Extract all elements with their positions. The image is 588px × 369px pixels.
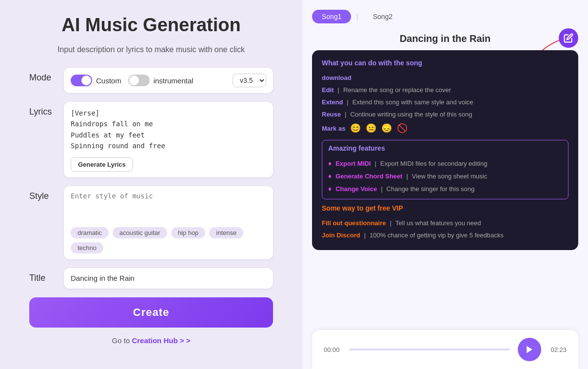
generate-chord-desc: View the song sheet music [412,173,487,180]
section3-title: Some way to get free VIP [322,204,568,212]
player-time-end: 02:23 [549,346,567,353]
app-subtitle: Input description or lyrics to make musi… [29,45,273,54]
style-tag-hiphop[interactable]: hip hop [171,227,206,238]
generate-lyrics-button[interactable]: Generate Lyrics [71,157,133,172]
player-bar: 00:00 02:23 [312,330,578,369]
amazing-features-box: Amazing features ♦ Export MIDI | Export … [322,140,568,199]
emoji-happy1[interactable]: 😊 [350,123,361,134]
style-tag-techno[interactable]: techno [71,242,103,253]
export-midi-item[interactable]: ♦ Export MIDI | Export MIDI files for se… [328,157,562,170]
style-row: Style dramatic acoustic guitar hip hop i… [29,186,273,259]
song-tabs: Song1 | Song2 [312,10,578,23]
edit-icon-button[interactable] [559,28,578,48]
mode-label: Mode [29,68,56,83]
extend-item[interactable]: Extend | Extend this song with same styl… [322,96,568,108]
edit-icon [564,33,573,43]
creation-hub-link: Go to Creation Hub > > [29,336,273,345]
generate-chord-main: Generate Chord Sheet [335,173,402,180]
discord-main: Join Discord [322,232,360,239]
tab-song1[interactable]: Song1 [312,10,351,23]
instrumental-toggle[interactable] [128,75,150,86]
player-time-start: 00:00 [324,346,341,353]
version-select[interactable]: v3.5 [233,74,266,87]
questionnaire-desc: Tell us what features you need [395,219,481,227]
edit-main: Edit [322,86,334,94]
style-tag-acoustic[interactable]: acoustic guitar [113,227,167,238]
mark-as-label: Mark as [322,125,345,132]
title-row: Title [29,268,273,289]
extend-main: Extend [322,98,343,106]
generate-chord-item[interactable]: ♦ Generate Chord Sheet | View the song s… [328,170,562,182]
app-title: AI Music Generation [29,15,273,36]
export-midi-desc: Export MIDI files for secondary editing [380,160,488,167]
title-input[interactable] [71,274,266,282]
diamond-icon1: ♦ [328,159,332,167]
reuse-item[interactable]: Reuse | Continue writing using the style… [322,108,568,120]
section2-title: Amazing features [328,144,562,152]
tab-divider: | [356,12,358,21]
style-tag-dramatic[interactable]: dramatic [71,227,109,238]
emoji-block[interactable]: 🚫 [397,123,408,134]
custom-toggle[interactable] [71,75,92,86]
song-options-menu: What you can do with the song download E… [312,50,578,250]
section1-title: What you can do with the song [322,59,568,67]
export-midi-main: Export MIDI [335,160,371,167]
download-label: download [322,74,352,81]
instrumental-toggle-wrap[interactable]: instrumental [128,75,194,86]
mark-as-row: Mark as 😊 😐 😞 🚫 [322,120,568,136]
lyrics-control: [Verse] Raindrops fall on me Puddles at … [64,102,273,177]
creation-hub-anchor[interactable]: Creation Hub > > [132,336,190,345]
creation-hub-prefix: Go to [112,336,132,345]
change-voice-item[interactable]: ♦ Change Voice | Change the singer for t… [328,182,562,195]
custom-toggle-wrap[interactable]: Custom [71,75,121,86]
mode-row: Mode Custom instrumental v3.5 [29,68,273,93]
questionnaire-item[interactable]: Fill out questionnaire | Tell us what fe… [322,217,568,229]
player-progress-bar[interactable] [349,349,510,350]
instrumental-toggle-knob [129,76,139,85]
free-vip-section: Some way to get free VIP Fill out questi… [322,204,568,241]
instrumental-label: instrumental [154,77,194,85]
style-label: Style [29,186,56,201]
edit-desc: Rename the song or replace the cover [343,86,451,94]
questionnaire-main: Fill out questionnaire [322,219,386,227]
reuse-desc: Continue writing using the style of this… [350,111,472,118]
style-tags: dramatic acoustic guitar hip hop intense… [71,227,266,253]
emoji-sad[interactable]: 😞 [381,123,392,134]
lyrics-label: Lyrics [29,102,56,117]
style-input[interactable] [71,192,266,221]
mode-control: Custom instrumental v3.5 [64,68,273,93]
title-label: Title [29,268,56,283]
reuse-main: Reuse [322,111,341,118]
change-voice-desc: Change the singer for this song [387,185,475,193]
play-button[interactable] [518,338,541,361]
edit-item[interactable]: Edit | Rename the song or replace the co… [322,84,568,96]
create-button[interactable]: Create [29,297,273,328]
left-panel: AI Music Generation Input description or… [0,0,302,369]
custom-toggle-knob [81,76,91,85]
discord-item[interactable]: Join Discord | 100% chance of getting vi… [322,229,568,241]
change-voice-main: Change Voice [335,185,377,193]
title-control [64,268,273,289]
play-icon [525,345,534,354]
download-item[interactable]: download [322,72,568,84]
diamond-icon2: ♦ [328,172,332,180]
extend-desc: Extend this song with same style and voi… [353,98,473,106]
style-tag-intense[interactable]: intense [209,227,243,238]
discord-desc: 100% chance of getting vip by give 5 fee… [370,232,504,239]
lyrics-row: Lyrics [Verse] Raindrops fall on me Pudd… [29,102,273,177]
right-panel: Song1 | Song2 Dancing in the Rain What y… [302,0,588,369]
emoji-happy2[interactable]: 😐 [366,123,376,134]
style-control: dramatic acoustic guitar hip hop intense… [64,186,273,259]
custom-label: Custom [96,77,121,85]
svg-marker-1 [527,346,532,353]
song-card-area: Dancing in the Rain What you can do with… [312,33,578,330]
tab-song2[interactable]: Song2 [363,10,402,23]
lyrics-input[interactable]: [Verse] Raindrops fall on me Puddles at … [71,108,266,152]
diamond-icon3: ♦ [328,185,332,193]
